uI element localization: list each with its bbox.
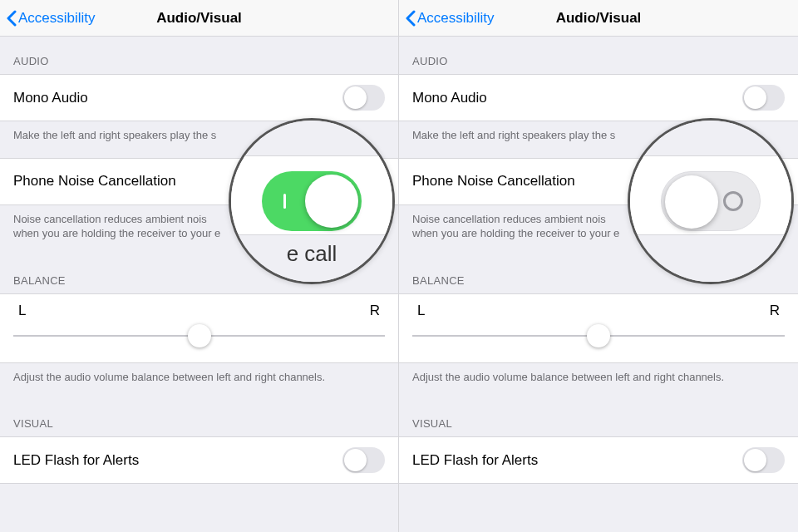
nav-title: Audio/Visual [156, 10, 242, 27]
back-button[interactable]: Accessibility [406, 10, 495, 27]
balance-right-label: R [770, 303, 780, 319]
balance-slider[interactable] [13, 324, 385, 347]
mono-audio-toggle[interactable] [742, 85, 785, 111]
magnifier-callout: e call [229, 118, 395, 284]
navbar: Accessibility Audio/Visual [0, 0, 398, 37]
magnifier-partial-text: e call [287, 241, 337, 267]
section-header-visual: VISUAL [399, 399, 798, 436]
balance-left-label: L [18, 303, 26, 319]
section-header-visual: VISUAL [0, 399, 398, 436]
led-flash-toggle[interactable] [342, 447, 385, 473]
row-led-flash[interactable]: LED Flash for Alerts [399, 436, 798, 484]
balance-slider[interactable] [412, 324, 785, 347]
row-label: LED Flash for Alerts [13, 452, 139, 469]
row-mono-audio[interactable]: Mono Audio [399, 74, 798, 121]
row-led-flash[interactable]: LED Flash for Alerts [0, 436, 398, 484]
chevron-left-icon [406, 10, 416, 27]
magnified-toggle-off [661, 171, 761, 231]
row-label: Mono Audio [412, 90, 487, 106]
balance-right-label: R [370, 303, 380, 319]
row-label: Phone Noise Cancellation [412, 173, 575, 190]
balance-left-label: L [417, 303, 425, 319]
navbar: Accessibility Audio/Visual [399, 0, 798, 37]
row-label: Mono Audio [13, 90, 88, 106]
nav-title: Audio/Visual [556, 10, 642, 27]
footer-balance: Adjust the audio volume balance between … [0, 363, 398, 400]
settings-pane-on: Accessibility Audio/Visual AUDIO Mono Au… [0, 0, 399, 532]
led-flash-toggle[interactable] [742, 447, 785, 473]
row-label: LED Flash for Alerts [412, 452, 538, 469]
footer-balance: Adjust the audio volume balance between … [399, 363, 798, 400]
section-header-audio: AUDIO [399, 37, 798, 74]
balance-block: L R [0, 293, 398, 363]
chevron-left-icon [7, 10, 17, 27]
back-label: Accessibility [18, 10, 96, 27]
settings-pane-off: Accessibility Audio/Visual AUDIO Mono Au… [399, 0, 798, 532]
magnifier-callout [628, 118, 794, 284]
section-header-audio: AUDIO [0, 37, 398, 74]
mono-audio-toggle[interactable] [342, 85, 385, 111]
back-label: Accessibility [417, 10, 495, 27]
magnified-toggle-on [262, 171, 362, 231]
balance-block: L R [399, 293, 798, 363]
row-mono-audio[interactable]: Mono Audio [0, 74, 398, 121]
row-label: Phone Noise Cancellation [13, 173, 176, 190]
back-button[interactable]: Accessibility [7, 10, 96, 27]
